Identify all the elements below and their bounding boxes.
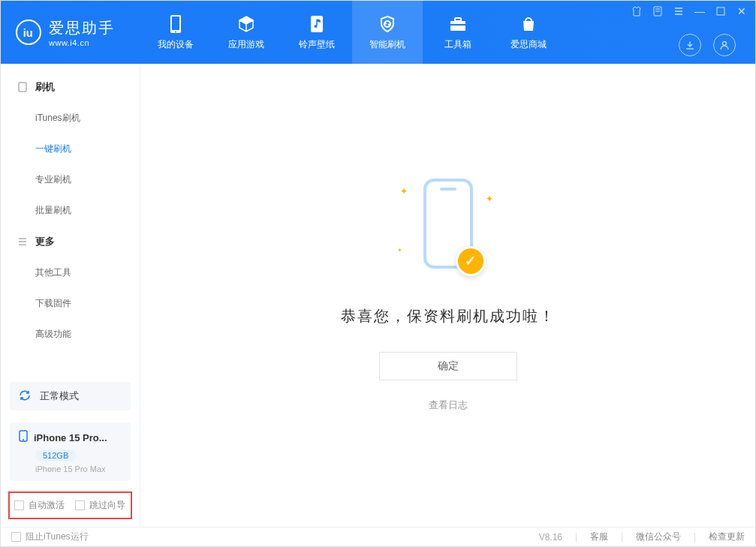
check-update-link[interactable]: 检查更新 [709, 530, 745, 543]
checkbox-skip-wizard[interactable]: 跳过向导 [75, 499, 125, 512]
app-url: www.i4.cn [49, 38, 115, 47]
device-icon [17, 82, 28, 92]
app-header: iu 爱思助手 www.i4.cn 我的设备 应用游戏 铃声壁纸 智能刷机 工具… [1, 1, 755, 64]
device-model: iPhone 15 Pro Max [35, 464, 122, 473]
cube-icon [236, 14, 256, 34]
success-title: 恭喜您，保资料刷机成功啦！ [341, 306, 556, 326]
checkbox-icon [75, 500, 85, 510]
user-button[interactable] [713, 34, 736, 56]
music-icon [307, 14, 327, 34]
mode-card[interactable]: 正常模式 [10, 382, 131, 410]
refresh-icon [19, 389, 32, 403]
svg-point-16 [723, 42, 727, 46]
toolbox-icon [448, 14, 468, 34]
svg-rect-8 [450, 24, 465, 26]
device-card[interactable]: iPhone 15 Pro... 512GB iPhone 15 Pro Max [10, 422, 131, 481]
sparkle-icon: ✦ [400, 186, 408, 197]
app-name: 爱思助手 [49, 18, 115, 38]
svg-point-3 [175, 31, 176, 32]
phone-small-icon [19, 430, 28, 445]
phone-icon [166, 14, 185, 34]
sidebar-item-other-tools[interactable]: 其他工具 [1, 257, 140, 288]
minimize-icon[interactable]: — [694, 5, 706, 17]
footer: 阻止iTunes运行 V8.16 客服 微信公众号 检查更新 [1, 527, 755, 546]
version-label: V8.16 [539, 532, 562, 542]
svg-rect-2 [172, 17, 179, 30]
wechat-link[interactable]: 微信公众号 [636, 530, 681, 543]
sparkle-icon: ✦ [486, 194, 493, 204]
view-log-link[interactable]: 查看日志 [429, 398, 468, 412]
main-content: ✦ ✦ ✦ ✓ 恭喜您，保资料刷机成功啦！ 确定 查看日志 [140, 64, 755, 527]
sparkle-icon: ✦ [397, 247, 402, 254]
nav-tab-device[interactable]: 我的设备 [140, 1, 211, 64]
sidebar-group-flash[interactable]: 刷机 [1, 71, 140, 103]
sidebar-group-more[interactable]: 更多 [1, 226, 140, 257]
storage-badge: 512GB [35, 449, 76, 461]
success-illustration: ✦ ✦ ✦ ✓ [396, 179, 501, 284]
download-button[interactable] [679, 34, 701, 56]
sidebar-item-itunes-flash[interactable]: iTunes刷机 [1, 103, 140, 134]
nav-tab-apps[interactable]: 应用游戏 [211, 1, 282, 64]
maximize-icon[interactable] [715, 5, 727, 17]
bag-icon [519, 14, 538, 34]
sidebar-item-advanced[interactable]: 高级功能 [1, 319, 140, 350]
svg-rect-17 [19, 83, 26, 92]
checkbox-icon [11, 532, 21, 542]
svg-rect-6 [450, 21, 465, 31]
refresh-shield-icon [378, 14, 397, 34]
menu-lines-icon [17, 236, 28, 247]
svg-rect-15 [717, 8, 724, 15]
sidebar-item-oneclick-flash[interactable]: 一键刷机 [1, 134, 140, 164]
logo-area: iu 爱思助手 www.i4.cn [1, 1, 140, 64]
sidebar-item-batch-flash[interactable]: 批量刷机 [1, 195, 140, 226]
svg-point-5 [315, 25, 318, 28]
checkbox-auto-activate[interactable]: 自动激活 [14, 499, 65, 512]
logo-icon: iu [16, 20, 41, 45]
check-badge-icon: ✓ [456, 246, 486, 276]
nav-tab-flash[interactable]: 智能刷机 [352, 1, 423, 64]
checkbox-block-itunes[interactable]: 阻止iTunes运行 [11, 530, 89, 543]
sidebar-item-pro-flash[interactable]: 专业刷机 [1, 164, 140, 195]
checkbox-icon [14, 500, 24, 510]
support-link[interactable]: 客服 [590, 530, 608, 543]
nav-tab-tools[interactable]: 工具箱 [423, 1, 493, 64]
svg-rect-7 [455, 18, 461, 21]
sidebar-item-download-fw[interactable]: 下载固件 [1, 288, 140, 319]
mode-label: 正常模式 [40, 389, 79, 403]
window-controls: — ✕ [631, 5, 748, 17]
highlighted-options: 自动激活 跳过向导 [8, 491, 132, 519]
menu-icon[interactable] [673, 5, 685, 17]
close-icon[interactable]: ✕ [736, 5, 748, 17]
ok-button[interactable]: 确定 [379, 352, 517, 380]
nav-tab-ringtones[interactable]: 铃声壁纸 [282, 1, 352, 64]
sidebar: 刷机 iTunes刷机 一键刷机 专业刷机 批量刷机 更多 其他工具 下载固件 … [1, 64, 140, 527]
feedback-icon[interactable] [652, 5, 664, 17]
nav-tab-store[interactable]: 爱思商城 [493, 1, 564, 64]
svg-text:iu: iu [23, 27, 33, 39]
skin-icon[interactable] [631, 5, 643, 17]
device-name: iPhone 15 Pro... [34, 432, 107, 443]
